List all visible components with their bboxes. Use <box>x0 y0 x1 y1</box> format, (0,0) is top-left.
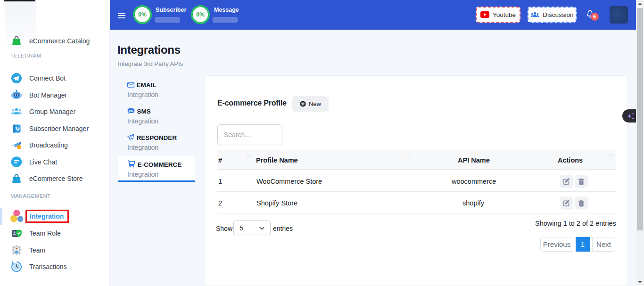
svg-text:SMS: SMS <box>129 110 133 112</box>
